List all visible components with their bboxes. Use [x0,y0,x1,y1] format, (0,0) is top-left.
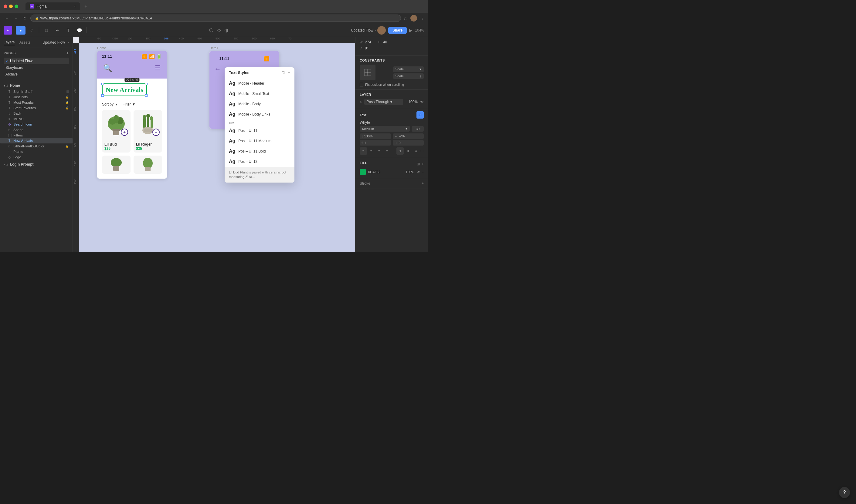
h-value[interactable]: 40 [383,40,387,44]
paragraph-spacing-input[interactable]: ¶ 1 [360,140,391,146]
constraint-y-select[interactable]: Scale ↕ [393,73,424,79]
refresh-button[interactable]: ↻ [22,15,28,21]
shape-tool[interactable]: □ [41,26,51,35]
user-avatar-nav[interactable] [410,15,417,21]
filter-button[interactable]: Filter ▼ [123,102,136,106]
new-tab-button[interactable]: + [84,4,87,9]
align-left-button[interactable]: ≡ [360,147,367,155]
share-button[interactable]: Share [388,27,407,34]
fill-visibility-icon[interactable]: 👁 [417,170,420,174]
forward-button[interactable]: → [13,15,19,21]
tab-layers[interactable]: Layers [4,39,15,45]
play-button[interactable]: ▶ [409,28,412,33]
angle-value[interactable]: 0° [365,46,368,50]
text-style-pos-ui11-medium[interactable]: Ag Pos – UI 11 Medium [225,136,294,146]
line-height-input[interactable]: ↕ 130% [360,133,391,139]
tab-close-icon[interactable]: × [74,4,76,8]
product-card-4[interactable] [134,156,162,174]
move-tool[interactable]: ▸ [16,26,25,35]
menu-icon[interactable]: ☰ [155,64,161,72]
resize-handle-tl[interactable] [101,83,104,85]
resize-handle-bl[interactable] [101,94,104,97]
layer-staff-favorites[interactable]: T Staff Favorites 🔒 [0,105,72,111]
layer-logo[interactable]: ◇ Logo [0,154,72,160]
resize-handle-br[interactable] [145,94,148,97]
product-card-lil-roger[interactable]: + Lil Roger $35 [134,110,162,152]
layer-shade[interactable]: □ Shade [0,127,72,132]
indent-input[interactable]: → 0 [393,140,424,146]
align-justify-button[interactable]: ≡ [383,147,391,155]
resize-handle-tr[interactable] [145,83,148,85]
text-style-mobile-header[interactable]: Ag Mobile - Header [225,78,294,89]
zoom-level[interactable]: 104% [415,28,424,33]
figma-menu-button[interactable]: ✦ [4,26,12,35]
align-right-button[interactable]: ≡ [376,147,383,155]
page-item-storyboard[interactable]: Storyboard [4,64,69,71]
comment-tool[interactable]: 💬 [74,26,84,35]
product-card-lil-bud[interactable]: + Lil Bud $25 [102,110,131,152]
letter-spacing-input[interactable]: ↔ -2% [393,133,424,139]
fill-grid-icon[interactable]: ⊞ [417,162,420,166]
fix-position-checkbox[interactable] [360,83,363,86]
fill-remove-icon[interactable]: − [422,170,424,174]
page-item-archive[interactable]: Archive [4,71,69,78]
text-style-mobile-body-links[interactable]: Ag Mobile - Body Links [225,109,294,120]
sort-by[interactable]: Sort by ▼ [102,102,118,106]
valign-top-button[interactable]: ⬆ [396,147,404,155]
layer-menu[interactable]: # MENU [0,116,72,122]
layer-sign-in-stuff[interactable]: T Sign In Stuff [0,89,72,94]
breadcrumb-arrow[interactable]: ▾ [375,29,376,32]
constraint-x-select[interactable]: Scale ▾ [393,67,424,72]
text-style-mobile-small[interactable]: Ag Mobile - Small Text [225,89,294,99]
canvas-viewport[interactable]: Home 11:11 📶 📶 🔋 [79,43,355,252]
component-icon[interactable]: ⬡ [209,27,213,33]
fill-hex-value[interactable]: 0CAF59 [368,170,401,174]
diamond-icon[interactable]: ◇ [217,27,221,33]
valign-bottom-button[interactable]: ⬇ [412,147,420,155]
sort-icon[interactable]: ⇅ [282,70,285,75]
stroke-add-icon[interactable]: + [422,181,424,185]
layer-most-popular[interactable]: T Most Popular 🔒 [0,100,72,105]
add-to-cart-lil-roger[interactable]: + [152,129,160,136]
back-button[interactable]: ← [4,15,10,21]
user-avatar[interactable] [377,26,386,35]
canvas-area[interactable]: -50 -350 100 150 306 400 450 500 550 600… [73,37,355,252]
tab-assets[interactable]: Assets [19,40,30,45]
fill-opacity-value[interactable]: 100% [404,170,414,174]
font-size-input[interactable]: 30 [412,126,424,132]
text-more-button[interactable]: ⋯ [420,149,424,153]
font-weight-select[interactable]: Medium ▾ [360,126,410,132]
bookmark-icon[interactable]: ☆ [404,16,407,21]
text-style-mobile-body[interactable]: Ag Mobile - Body [225,99,294,109]
layer-group-login[interactable]: ▸ # Login Prompt [0,161,72,168]
add-style-icon[interactable]: + [288,70,290,75]
fill-add-icon[interactable]: + [422,162,424,166]
layer-just-pots[interactable]: T Just Pots 🔒 [0,94,72,100]
layer-search-icon[interactable]: ❖ Search Icon [0,122,72,127]
pen-tool[interactable]: ✒ [52,26,62,35]
layer-back[interactable]: # Back [0,111,72,116]
text-style-pos-ui11-bold[interactable]: Ag Pos – UI 11 Bold [225,146,294,157]
breadcrumb-panel-arrow[interactable]: ▾ [67,41,69,44]
fill-color-swatch[interactable] [360,169,366,175]
add-to-cart-lil-bud[interactable]: + [121,129,128,136]
text-style-pos-ui12[interactable]: Ag Pos – UI 12 [225,157,294,167]
back-arrow-icon[interactable]: ← [214,65,221,73]
add-page-button[interactable]: + [66,50,69,56]
font-name[interactable]: Whyte [360,120,424,125]
opacity-value[interactable]: 100% [406,100,418,104]
text-tool[interactable]: T [64,26,73,35]
valign-middle-button[interactable]: ⬍ [404,147,412,155]
frame-tool[interactable]: # [27,26,36,35]
minimize-button[interactable] [9,4,13,8]
visibility-icon[interactable]: 👁 [420,100,424,104]
layer-plants[interactable]: ⋮⋮ Plants [0,149,72,154]
layer-lilbud-bg[interactable]: □ LilBudPlantBGColor 🔒 [0,143,72,149]
layer-group-home[interactable]: ▾ # Home [0,82,72,89]
blend-mode-select[interactable]: Pass Through ▾ [364,99,403,105]
home-frame[interactable]: 11:11 📶 📶 🔋 🔍 ☰ [97,51,167,179]
search-icon[interactable]: 🔍 [103,64,112,72]
browser-tab[interactable]: ✦ Figma × [25,2,80,10]
more-options-icon[interactable]: ⋮ [420,16,424,21]
close-button[interactable] [4,4,7,8]
